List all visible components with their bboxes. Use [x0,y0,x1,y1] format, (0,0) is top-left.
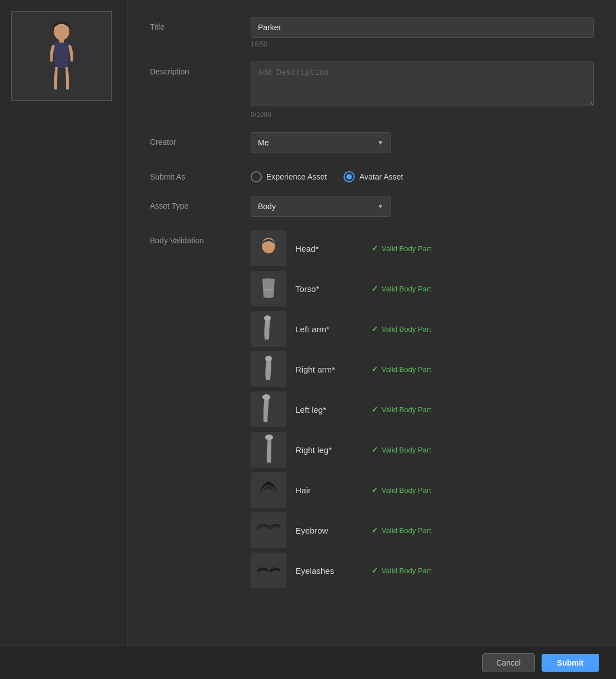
valid-badge-torso: ✓ Valid Body Part [372,284,431,293]
radio-avatar-label: Avatar Asset [359,172,403,181]
valid-text-hair: Valid Body Part [382,486,431,494]
valid-text-head: Valid Body Part [382,244,431,253]
left-arm-thumb-svg [253,314,284,344]
body-part-thumb-left-leg [251,392,286,427]
body-part-name-left-leg: Left leg* [295,405,363,414]
main-content: Title 16/50 Description 0/1000 Creator M… [128,0,616,645]
valid-badge-left-leg: ✓ Valid Body Part [372,405,431,414]
submit-as-field: Experience Asset Avatar Asset [251,167,594,182]
body-validation-row: Body Validation Head* [150,230,594,588]
body-part-name-right-leg: Right leg* [295,445,363,455]
valid-text-left-leg: Valid Body Part [382,405,431,414]
eyebrow-thumb-svg [253,515,284,545]
creator-select[interactable]: Me Group [251,132,391,153]
body-part-thumb-head [251,230,286,266]
title-field: 16/50 [251,17,594,48]
svg-rect-15 [253,515,284,545]
asset-type-label: Asset Type [150,196,251,210]
validation-item-right-leg: Right leg* ✓ Valid Body Part [251,432,594,468]
submit-button[interactable]: Submit [542,654,599,672]
submit-as-radio-group: Experience Asset Avatar Asset [251,167,594,182]
body-part-thumb-right-leg [251,432,286,468]
body-part-thumb-eyebrow [251,512,286,548]
radio-experience-label: Experience Asset [266,172,327,181]
valid-text-eyebrow: Valid Body Part [382,526,431,535]
avatar-preview [11,11,112,101]
radio-experience[interactable]: Experience Asset [251,171,327,182]
radio-avatar-outer [344,171,355,182]
svg-point-9 [265,356,272,361]
body-validation-field: Head* ✓ Valid Body Part [251,230,594,588]
creator-select-wrapper: Me Group ▼ [251,132,391,153]
radio-avatar-inner [346,174,352,180]
check-icon-eyebrow: ✓ [372,526,378,535]
valid-text-right-leg: Valid Body Part [382,446,431,454]
asset-type-field: Body Clothing Accessory ▼ [251,196,594,217]
description-char-count: 0/1000 [251,111,594,119]
title-row: Title 16/50 [150,17,594,48]
description-input[interactable] [251,62,594,106]
radio-experience-outer [251,171,262,182]
creator-field: Me Group ▼ [251,132,594,153]
creator-label: Creator [150,132,251,147]
left-leg-thumb-svg [253,394,284,425]
body-part-name-head: Head* [295,244,363,253]
head-thumb-svg [253,233,284,263]
body-part-name-eyelashes: Eyelashes [295,566,363,576]
description-field: 0/1000 [251,62,594,119]
creator-row: Creator Me Group ▼ [150,132,594,153]
svg-point-11 [262,394,270,400]
body-validation-label: Body Validation [150,230,251,245]
submit-as-row: Submit As Experience Asset Avatar Asset [150,167,594,182]
svg-point-7 [264,315,271,321]
valid-badge-right-leg: ✓ Valid Body Part [372,445,431,454]
validation-item-left-leg: Left leg* ✓ Valid Body Part [251,392,594,427]
valid-text-torso: Valid Body Part [382,285,431,293]
hair-thumb-svg [253,475,284,505]
footer: Cancel Submit [0,645,616,679]
body-part-name-eyebrow: Eyebrow [295,526,363,535]
body-part-thumb-torso [251,271,286,307]
body-part-name-hair: Hair [295,485,363,495]
title-char-count: 16/50 [251,40,594,48]
validation-item-right-arm: Right arm* ✓ Valid Body Part [251,351,594,387]
body-part-thumb-right-arm [251,351,286,387]
valid-text-eyelashes: Valid Body Part [382,567,431,575]
description-label: Description [150,62,251,76]
check-icon-left-arm: ✓ [372,324,378,333]
check-icon-eyelashes: ✓ [372,566,378,575]
valid-text-left-arm: Valid Body Part [382,325,431,333]
submit-as-label: Submit As [150,167,251,181]
body-part-name-right-arm: Right arm* [295,365,363,374]
body-part-name-left-arm: Left arm* [295,324,363,334]
validation-list: Head* ✓ Valid Body Part [251,230,594,588]
title-label: Title [150,17,251,31]
body-part-name-torso: Torso* [295,284,363,294]
valid-badge-left-arm: ✓ Valid Body Part [372,324,431,333]
validation-item-eyelashes: Eyelashes ✓ Valid Body Part [251,553,594,588]
sidebar [0,0,128,645]
valid-text-right-arm: Valid Body Part [382,365,431,374]
validation-item-hair: Hair ✓ Valid Body Part [251,472,594,508]
svg-rect-14 [253,475,284,505]
title-input[interactable] [251,17,594,38]
asset-type-select-wrapper: Body Clothing Accessory ▼ [251,196,391,217]
valid-badge-right-arm: ✓ Valid Body Part [372,365,431,374]
cancel-button[interactable]: Cancel [482,653,535,672]
check-icon-right-arm: ✓ [372,365,378,374]
right-leg-thumb-svg [253,435,284,465]
radio-avatar[interactable]: Avatar Asset [344,171,403,182]
right-arm-thumb-svg [253,354,284,384]
validation-item-eyebrow: Eyebrow ✓ Valid Body Part [251,512,594,548]
validation-item-left-arm: Left arm* ✓ Valid Body Part [251,311,594,347]
valid-badge-head: ✓ Valid Body Part [372,244,431,253]
asset-type-select[interactable]: Body Clothing Accessory [251,196,391,217]
check-icon-right-leg: ✓ [372,445,378,454]
validation-item-head: Head* ✓ Valid Body Part [251,230,594,266]
body-part-thumb-eyelashes [251,553,286,588]
eyelashes-thumb-svg [253,555,284,586]
check-icon-torso: ✓ [372,284,378,293]
asset-type-row: Asset Type Body Clothing Accessory ▼ [150,196,594,217]
check-icon-head: ✓ [372,244,378,253]
valid-badge-hair: ✓ Valid Body Part [372,485,431,494]
